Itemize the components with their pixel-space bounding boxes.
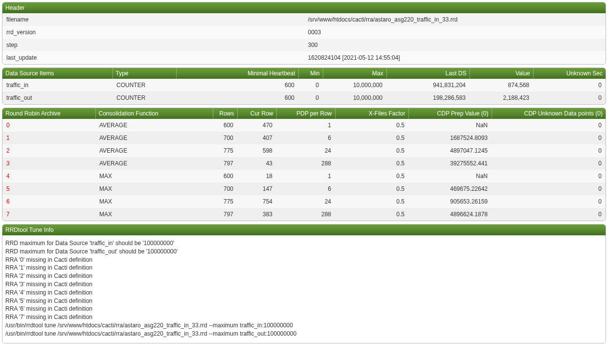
rra-cell-idx: 1	[2, 132, 95, 144]
header-key: last_update	[2, 51, 304, 64]
rra-index-link[interactable]: 3	[6, 160, 10, 167]
rra-cell-cf: MAX	[95, 170, 213, 182]
header-value: /srv/www/htdocs/cacti/rra/astaro_asg220_…	[304, 13, 606, 26]
tune-line: RRA '0' missing in Cacti definition	[5, 256, 603, 264]
rra-cell-idx: 7	[2, 208, 95, 221]
rra-cell-xff: 0.5	[335, 144, 408, 157]
header-row: filename/srv/www/htdocs/cacti/rra/astaro…	[2, 13, 606, 26]
rra-panel: Round Robin Archive Consolidation Functi…	[2, 108, 606, 221]
rra-cell-idx: 3	[2, 157, 95, 170]
rra-cell-cdpunk: 0	[492, 208, 606, 221]
rra-row: 7MAX7973832880.54896624.18780	[2, 208, 606, 221]
header-key: rrd_version	[2, 26, 304, 39]
rra-cell-currow: 598	[237, 144, 276, 157]
header-row: rrd_version0003	[2, 26, 606, 39]
rra-cell-cdpunk: 0	[492, 132, 606, 144]
header-value: 0003	[304, 26, 606, 39]
ds-col-name: Data Source Items	[2, 68, 113, 79]
ds-cell-name: traffic_in	[2, 79, 113, 91]
rra-cell-idx: 0	[2, 119, 95, 132]
tune-line: RRA '4' missing in Cacti definition	[5, 289, 603, 297]
rra-cell-pdp: 6	[276, 132, 335, 144]
rra-cell-cdpunk: 0	[492, 119, 606, 132]
ds-row: traffic_inCOUNTER600010,000,000941,831,2…	[2, 79, 606, 91]
rra-cell-cdpval: 4897047.1245	[408, 144, 492, 157]
rra-cell-cf: AVERAGE	[95, 157, 213, 170]
rra-cell-cdpval: NaN	[408, 170, 492, 182]
rra-cell-currow: 407	[237, 132, 276, 144]
rra-cell-xff: 0.5	[335, 195, 408, 208]
rra-cell-xff: 0.5	[335, 157, 408, 170]
rra-cell-cf: AVERAGE	[95, 119, 213, 132]
rra-col-rows: Rows	[213, 108, 237, 119]
rra-header-row: Round Robin Archive Consolidation Functi…	[2, 108, 606, 119]
rra-cell-pdp: 288	[276, 157, 335, 170]
rra-index-link[interactable]: 6	[6, 198, 10, 205]
header-section-title: Header	[2, 2, 606, 13]
rra-cell-cdpval: 39275552.441	[408, 157, 492, 170]
tune-section-title: RRDtool Tune Info	[2, 225, 606, 235]
header-value: 300	[304, 39, 606, 51]
rra-cell-currow: 18	[237, 170, 276, 182]
rra-cell-cf: AVERAGE	[95, 144, 213, 157]
header-row: step300	[2, 39, 606, 51]
ds-row: traffic_outCOUNTER600010,000,000198,286,…	[2, 91, 606, 104]
rra-cell-cf: MAX	[95, 195, 213, 208]
ds-cell-unknown: 0	[533, 91, 606, 104]
rra-cell-idx: 2	[2, 144, 95, 157]
tune-panel: RRDtool Tune Info RRD maximum for Data S…	[2, 224, 606, 343]
rra-cell-xff: 0.5	[335, 119, 408, 132]
rra-col-idx: Round Robin Archive	[2, 108, 95, 119]
ds-cell-lastds: 941,831,204	[386, 79, 470, 91]
header-value: 1620824104 [2021-05-12 14:55:04]	[304, 51, 606, 64]
rra-cell-cdpunk: 0	[492, 157, 606, 170]
tune-line: RRD maximum for Data Source 'traffic_out…	[5, 248, 603, 256]
header-section-title-row: Header	[2, 2, 606, 13]
ds-cell-name: traffic_out	[2, 91, 113, 104]
tune-line: /usr/bin/rrdtool tune /srv/www/htdocs/ca…	[5, 330, 603, 338]
rra-cell-xff: 0.5	[335, 208, 408, 221]
rra-index-link[interactable]: 7	[6, 211, 10, 218]
rra-index-link[interactable]: 0	[6, 122, 10, 129]
rra-cell-currow: 754	[237, 195, 276, 208]
rra-cell-cf: MAX	[95, 182, 213, 195]
rra-col-cf: Consolidation Function	[95, 108, 213, 119]
rra-index-link[interactable]: 2	[6, 147, 10, 154]
rra-cell-idx: 6	[2, 195, 95, 208]
tune-line: RRA '1' missing in Cacti definition	[5, 264, 603, 272]
rra-col-xff: X-Files Factor	[335, 108, 408, 119]
ds-col-type: Type	[113, 68, 176, 79]
ds-cell-heartbeat: 600	[176, 79, 298, 91]
rra-index-link[interactable]: 1	[6, 135, 10, 141]
rra-cell-idx: 5	[2, 182, 95, 195]
ds-col-min: Min	[298, 68, 323, 79]
rra-index-link[interactable]: 5	[6, 185, 10, 192]
rra-cell-xff: 0.5	[335, 170, 408, 182]
tune-section-title-row: RRDtool Tune Info	[2, 225, 606, 235]
tune-line: /usr/bin/rrdtool tune /srv/www/htdocs/ca…	[5, 321, 603, 330]
rra-cell-pdp: 1	[276, 170, 335, 182]
rra-cell-rows: 797	[213, 208, 237, 221]
ds-cell-type: COUNTER	[113, 79, 176, 91]
rra-row: 1AVERAGE70040760.51687524.80930	[2, 132, 606, 144]
ds-cell-max: 10,000,000	[323, 91, 386, 104]
rra-cell-rows: 700	[213, 182, 237, 195]
rra-cell-currow: 383	[237, 208, 276, 221]
ds-cell-heartbeat: 600	[176, 91, 298, 104]
rra-col-cdpval: CDP Prep Value (0)	[408, 108, 492, 119]
rra-col-pdp: PDP per Row	[276, 108, 335, 119]
rra-col-currow: Cur Row	[237, 108, 276, 119]
rra-index-link[interactable]: 4	[6, 173, 10, 180]
rra-cell-pdp: 24	[276, 195, 335, 208]
rra-cell-idx: 4	[2, 170, 95, 182]
rra-row: 3AVERAGE797432880.539275552.4410	[2, 157, 606, 170]
tune-line: RRA '2' missing in Cacti definition	[5, 272, 603, 280]
rra-cell-cdpunk: 0	[492, 182, 606, 195]
rra-col-cdpunk: CDP Unknown Data points (0)	[492, 108, 606, 119]
ds-cell-min: 0	[298, 79, 323, 91]
rra-cell-pdp: 6	[276, 182, 335, 195]
ds-cell-unknown: 0	[533, 79, 606, 91]
ds-header-row: Data Source Items Type Minimal Heartbeat…	[2, 68, 606, 79]
ds-cell-value: 2,188,423	[470, 91, 533, 104]
ds-col-heartbeat: Minimal Heartbeat	[176, 68, 298, 79]
